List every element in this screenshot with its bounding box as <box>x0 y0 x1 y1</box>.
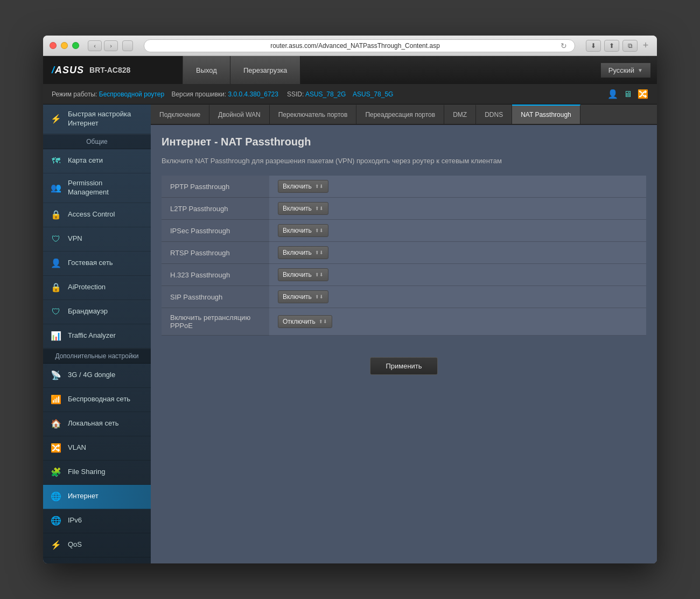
file-sharing-icon: 🧩 <box>50 466 62 479</box>
select-value: Включить <box>283 183 312 190</box>
page-content: Интернет - NAT Passthrough Включите NAT … <box>151 125 657 563</box>
forward-btn[interactable]: › <box>104 40 118 51</box>
guest-network-icon: 👤 <box>50 257 62 270</box>
ssid-info: SSID: ASUS_78_2G ASUS_78_5G <box>287 90 393 98</box>
vpn-icon: 🛡 <box>50 233 62 246</box>
reload-btn[interactable]: ↻ <box>561 41 569 50</box>
row-label: PPTP Passthrough <box>162 176 269 198</box>
passthrough-select[interactable]: Включить⬆⬇ <box>278 224 328 237</box>
sidebar-item-traffic-analyzer[interactable]: 📊 Traffic Analyzer <box>43 324 151 349</box>
firmware-value[interactable]: 3.0.0.4.380_6723 <box>228 90 278 98</box>
tab-ddns[interactable]: DDNS <box>476 105 512 124</box>
select-arrow-icon: ⬆⬇ <box>315 206 324 211</box>
mode-label: Режим работы: <box>52 90 97 98</box>
tab-dual-wan[interactable]: Двойной WAN <box>209 105 270 124</box>
sidebar-advanced-header: Дополнительные настройки <box>43 349 151 364</box>
sidebar-item-access-control-label: Access Control <box>68 210 115 219</box>
table-row: Включить ретрансляцию PPPoEОтключить⬆⬇ <box>162 308 646 336</box>
nat-passthrough-table: PPTP PassthroughВключить⬆⬇L2TP Passthrou… <box>162 176 646 336</box>
passthrough-select[interactable]: Включить⬆⬇ <box>278 202 328 215</box>
tab-dmz[interactable]: DMZ <box>444 105 476 124</box>
sidebar-item-file-sharing[interactable]: 🧩 File Sharing <box>43 461 151 485</box>
language-button[interactable]: Русский ▼ <box>601 63 650 78</box>
vlan-icon: 🔀 <box>50 442 62 455</box>
sidebar: ⚡ Быстрая настройка Интернет Общие 🗺 Кар… <box>43 105 151 563</box>
router-ui: /ASUS BRT-AC828 Выход Перезагрузка Русск… <box>43 56 657 563</box>
sidebar-item-qos[interactable]: ⚡ QoS <box>43 533 151 558</box>
sidebar-item-ipv6-label: IPv6 <box>68 516 82 525</box>
browser-toolbar-right: ⬇ ⬆ ⧉ + <box>586 40 650 52</box>
passthrough-select[interactable]: Включить⬆⬇ <box>278 268 328 281</box>
ssid-2g-value[interactable]: ASUS_78_2G <box>305 90 346 98</box>
sidebar-item-quick-setup[interactable]: ⚡ Быстрая настройка Интернет <box>43 105 151 134</box>
close-window-btn[interactable] <box>50 42 57 49</box>
reboot-button[interactable]: Перезагрузка <box>230 56 300 84</box>
sidebar-item-access-control[interactable]: 🔒 Access Control <box>43 203 151 227</box>
add-tab-btn[interactable]: + <box>641 40 650 52</box>
model-name: BRT-AC828 <box>89 66 130 74</box>
passthrough-select[interactable]: Включить⬆⬇ <box>278 180 328 193</box>
header-right: Русский ▼ <box>601 63 657 78</box>
sidebar-item-local-network-label: Локальная сеть <box>68 419 118 428</box>
passthrough-select[interactable]: Отключить⬆⬇ <box>278 315 332 328</box>
sidebar-item-firewall[interactable]: 🛡 Брандмауэр <box>43 300 151 324</box>
info-bar-icons: 👤 🖥 🔀 <box>607 89 648 99</box>
browser-nav: ‹ › <box>88 40 118 51</box>
sidebar-item-vpn[interactable]: 🛡 VPN <box>43 227 151 252</box>
monitor-icon: 🖥 <box>624 89 632 99</box>
address-bar[interactable]: router.asus.com/Advanced_NATPassThrough_… <box>144 39 575 52</box>
exit-button[interactable]: Выход <box>183 56 230 84</box>
apply-button[interactable]: Применить <box>370 357 437 375</box>
sidebar-item-ipv6[interactable]: 🌐 IPv6 <box>43 509 151 533</box>
select-value: Включить <box>283 293 312 301</box>
share-icon[interactable]: ⬆ <box>604 40 619 52</box>
sidebar-item-firewall-label: Брандмауэр <box>68 307 108 316</box>
mode-value[interactable]: Беспроводной роутер <box>99 90 164 98</box>
select-arrow-icon: ⬆⬇ <box>319 319 327 324</box>
sidebar-item-guest-network[interactable]: 👤 Гостевая сеть <box>43 252 151 276</box>
aiprotection-icon: 🔒 <box>50 281 62 294</box>
row-label: SIP Passthrough <box>162 286 269 308</box>
sidebar-item-internet-label: Интернет <box>68 492 99 501</box>
sidebar-item-wireless[interactable]: 📶 Беспроводная сеть <box>43 388 151 412</box>
maximize-window-btn[interactable] <box>72 42 79 49</box>
info-bar-left: Режим работы: Беспроводной роутер Версия… <box>52 90 393 98</box>
passthrough-select[interactable]: Включить⬆⬇ <box>278 246 328 259</box>
sidebar-item-local-network[interactable]: 🏠 Локальная сеть <box>43 412 151 436</box>
ssid-5g-value[interactable]: ASUS_78_5G <box>353 90 393 98</box>
mac-titlebar: ‹ › router.asus.com/Advanced_NATPassThro… <box>43 36 657 56</box>
tab-connection[interactable]: Подключение <box>151 105 209 124</box>
mac-window-controls <box>50 42 79 49</box>
tab-port-switch[interactable]: Переключатель портов <box>270 105 357 124</box>
language-label: Русский <box>608 66 634 74</box>
row-label: IPSec Passthrough <box>162 220 269 242</box>
tab-nat-passthrough[interactable]: NAT Passthrough <box>512 105 580 124</box>
row-label: Включить ретрансляцию PPPoE <box>162 308 269 336</box>
page-title: Интернет - NAT Passthrough <box>162 136 646 148</box>
passthrough-select[interactable]: Включить⬆⬇ <box>278 290 328 303</box>
new-tab-icon[interactable]: ⧉ <box>622 40 638 52</box>
sidebar-item-permission-management[interactable]: 👥 Permission Management <box>43 173 151 203</box>
qos-icon: ⚡ <box>50 539 62 552</box>
sidebar-item-internet[interactable]: 🌐 Интернет <box>43 485 151 509</box>
table-row: IPSec PassthroughВключить⬆⬇ <box>162 220 646 242</box>
tab-port-forward[interactable]: Переадресация портов <box>356 105 444 124</box>
sidebar-item-network-map[interactable]: 🗺 Карта сети <box>43 149 151 173</box>
back-btn[interactable]: ‹ <box>88 40 102 51</box>
sidebar-item-file-sharing-label: File Sharing <box>68 468 105 477</box>
sidebar-item-vpn-label: VPN <box>68 234 82 243</box>
sidebar-toggle-btn[interactable] <box>122 40 133 51</box>
sidebar-item-quick-setup-label: Быстрая настройка Интернет <box>68 110 144 128</box>
sidebar-item-vlan[interactable]: 🔀 VLAN <box>43 436 151 461</box>
mode-info: Режим работы: Беспроводной роутер Версия… <box>52 90 278 98</box>
select-value: Отключить <box>283 318 316 325</box>
download-icon[interactable]: ⬇ <box>586 40 601 52</box>
select-value: Включить <box>283 249 312 256</box>
router-header: /ASUS BRT-AC828 Выход Перезагрузка Русск… <box>43 56 657 84</box>
sidebar-item-aiprotection[interactable]: 🔒 AiProtection <box>43 276 151 300</box>
minimize-window-btn[interactable] <box>61 42 68 49</box>
sidebar-item-aiprotection-label: AiProtection <box>68 283 106 292</box>
asus-logo: /ASUS <box>52 65 84 76</box>
sidebar-item-3g-dongle[interactable]: 📡 3G / 4G dongle <box>43 364 151 388</box>
tab-bar: Подключение Двойной WAN Переключатель по… <box>151 105 657 125</box>
